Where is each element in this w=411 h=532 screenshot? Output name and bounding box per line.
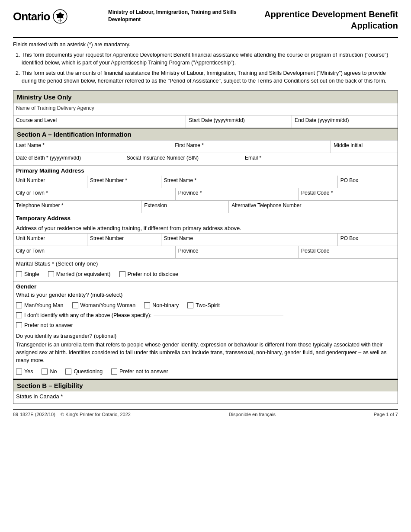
marital-single[interactable]: Single: [16, 271, 39, 277]
intro-item-2: This form sets out the amounts of financ…: [22, 69, 398, 85]
email-cell: Email *: [242, 153, 398, 165]
first-name-cell: First Name *: [172, 141, 331, 153]
training-agency-label: Name of Training Delivery Agency: [16, 105, 94, 111]
telephone-label: Telephone Number *: [16, 202, 63, 208]
temp-address-title: Temporary Address: [16, 212, 71, 223]
marital-prefer-not-label: Prefer not to disclose: [128, 271, 178, 277]
primary-po-box-label: PO Box: [340, 177, 358, 183]
primary-unit-label: Unit Number: [16, 177, 45, 183]
twospirit-checkbox[interactable]: [187, 302, 193, 308]
married-checkbox[interactable]: [48, 271, 54, 277]
marital-married[interactable]: Married (or equivalent): [48, 271, 111, 277]
marital-status-label: Marital Status * (Select only one): [16, 260, 395, 267]
page-header: Ontario Ministry of Labour, Immigrartion…: [13, 9, 398, 31]
primary-street-name-label: Street Name *: [164, 177, 196, 183]
trillium-icon: [52, 9, 68, 24]
transgender-options-row: Yes No Questioning Prefer not to answer: [16, 366, 395, 377]
gender-header: Gender: [16, 283, 395, 290]
temp-postal-cell: Postal Code: [299, 246, 398, 258]
temp-address-desc-text: Address of your residence while attendin…: [16, 225, 241, 231]
primary-street-row: Unit Number Street Number * Street Name …: [13, 176, 398, 188]
trans-questioning[interactable]: Questioning: [65, 369, 103, 375]
trans-questioning-checkbox[interactable]: [65, 369, 71, 375]
primary-unit-cell: Unit Number: [13, 176, 87, 188]
primary-postal-label: Postal Code *: [301, 190, 333, 196]
marital-prefer-not[interactable]: Prefer not to disclose: [119, 271, 178, 277]
temp-address-header: Temporary Address: [13, 213, 398, 223]
temp-province-label: Province: [178, 248, 199, 254]
transgender-desc: Transgender is an umbrella term that ref…: [16, 341, 395, 364]
gender-woman[interactable]: Woman/Young Woman: [72, 302, 136, 308]
email-label: Email *: [245, 155, 261, 161]
telephone-row: Telephone Number * Extension Alternative…: [13, 201, 398, 213]
woman-checkbox[interactable]: [72, 302, 78, 308]
gender-man[interactable]: Man/Young Man: [16, 302, 64, 308]
temp-street-num-cell: Street Number: [87, 234, 161, 246]
section-b-header: Section B – Eligibility: [13, 379, 398, 391]
specify-line: [154, 315, 283, 315]
dob-sin-email-row: Date of Birth * (yyyy/mm/dd) Social Insu…: [13, 153, 398, 166]
gender-prefer-not-label: Prefer not to answer: [24, 322, 73, 328]
dob-cell: Date of Birth * (yyyy/mm/dd): [13, 153, 124, 165]
footer-page: Page 1 of 7: [374, 412, 398, 417]
temp-city-row: City or Town Province Postal Code: [13, 246, 398, 259]
primary-city-cell: City or Town *: [13, 188, 176, 200]
intro-item-1: This form documents your request for App…: [22, 51, 398, 67]
gender-other[interactable]: I don't identify with any of the above (…: [16, 312, 151, 318]
end-date-label: End Date (yyyy/mm/dd): [295, 117, 349, 123]
section-a-header: Section A – Identification Information: [13, 128, 398, 141]
trans-yes[interactable]: Yes: [16, 369, 33, 375]
end-date-cell: End Date (yyyy/mm/dd): [292, 115, 398, 128]
extension-cell: Extension: [141, 201, 229, 213]
primary-address-header: Primary Mailing Address: [13, 166, 398, 176]
name-row: Last Name * First Name * Middle Initial: [13, 141, 398, 153]
training-agency-row: Name of Training Delivery Agency: [13, 103, 398, 115]
marital-prefer-not-checkbox[interactable]: [119, 271, 125, 277]
marital-status-section: Marital Status * (Select only one) Singl…: [13, 259, 398, 282]
other-checkbox[interactable]: [16, 312, 22, 318]
primary-city-row: City or Town * Province * Postal Code *: [13, 188, 398, 201]
dob-label: Date of Birth * (yyyy/mm/dd): [16, 155, 81, 161]
trans-questioning-label: Questioning: [74, 369, 103, 375]
primary-postal-cell: Postal Code *: [299, 188, 398, 200]
temp-postal-label: Postal Code: [301, 248, 329, 254]
last-name-cell: Last Name *: [13, 141, 172, 153]
married-label: Married (or equivalent): [56, 271, 111, 277]
middle-initial-cell: Middle Initial: [331, 141, 398, 153]
temp-province-cell: Province: [176, 246, 299, 258]
status-canada-row: Status in Canada *: [13, 391, 398, 404]
sin-label: Social Insurance Number (SIN): [127, 155, 199, 161]
gender-prefer-not-checkbox[interactable]: [16, 322, 22, 328]
trans-no-checkbox[interactable]: [42, 369, 48, 375]
trans-prefer-not-checkbox[interactable]: [111, 369, 117, 375]
trans-yes-label: Yes: [24, 369, 33, 375]
gender-nonbinary[interactable]: Non-binary: [144, 302, 179, 308]
gender-prefer-not[interactable]: Prefer not to answer: [16, 322, 73, 328]
primary-province-label: Province *: [178, 190, 202, 196]
course-level-label: Course and Level: [16, 117, 57, 123]
status-canada-label: Status in Canada *: [16, 393, 63, 400]
alt-telephone-label: Alternative Telephone Number: [231, 202, 301, 208]
trans-yes-checkbox[interactable]: [16, 369, 22, 375]
logo-area: Ontario: [13, 9, 100, 24]
marital-status-options: Single Married (or equivalent) Prefer no…: [16, 269, 395, 279]
gender-twospirit[interactable]: Two-Spirit: [187, 302, 220, 308]
primary-city-label: City or Town *: [16, 190, 48, 196]
course-dates-row: Course and Level Start Date (yyyy/mm/dd)…: [13, 115, 398, 128]
single-checkbox[interactable]: [16, 271, 22, 277]
temp-po-box-label: PO Box: [340, 235, 358, 241]
temp-address-desc: Address of your residence while attendin…: [13, 223, 398, 234]
trans-prefer-not[interactable]: Prefer not to answer: [111, 369, 168, 375]
course-level-cell: Course and Level: [13, 115, 186, 128]
ministry-name: Ministry of Labour, Immigrartion, Traini…: [100, 9, 253, 23]
other-label: I don't identify with any of the above (…: [24, 312, 151, 318]
nonbinary-checkbox[interactable]: [144, 302, 150, 308]
trans-no[interactable]: No: [42, 369, 57, 375]
app-title: Apprentice Development Benefit Applicati…: [253, 9, 398, 31]
nonbinary-label: Non-binary: [152, 302, 179, 308]
primary-street-name-cell: Street Name *: [161, 176, 338, 188]
temp-city-cell: City or Town: [13, 246, 176, 258]
man-checkbox[interactable]: [16, 302, 22, 308]
start-date-label: Start Date (yyyy/mm/dd): [189, 117, 244, 123]
temp-street-name-cell: Street Name: [161, 234, 338, 246]
